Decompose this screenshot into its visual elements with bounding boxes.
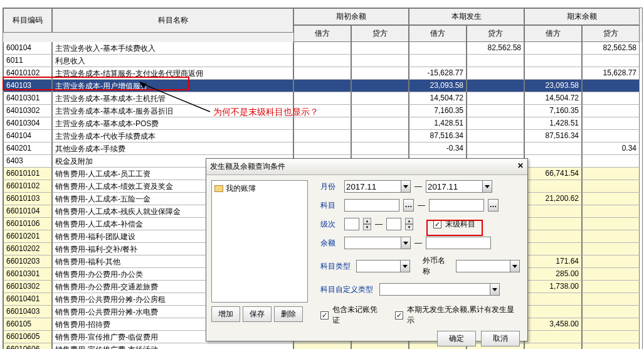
dash3: —	[375, 220, 383, 228]
lbl-subject: 科目	[320, 200, 340, 211]
level-from[interactable]	[344, 218, 359, 230]
currency[interactable]	[456, 260, 510, 272]
cell	[582, 318, 640, 331]
cell: 3,458.00	[524, 318, 582, 331]
header-name: 科目名称	[52, 8, 293, 33]
btn-delete[interactable]: 删除	[274, 306, 303, 322]
cell	[582, 168, 640, 180]
cell	[524, 55, 582, 67]
cell: 6011	[3, 55, 52, 67]
table-row[interactable]: 640104 主营业务成本-代收手续费成本87,516.3487,516.34	[3, 130, 642, 142]
table-row[interactable]: 64010302 主营业务成本-基本成本-服务器折旧7,160.357,160.…	[3, 105, 642, 117]
cell	[582, 130, 640, 142]
cell: 主营业务成本-结算服务-支付业务代理商返佣	[52, 67, 293, 80]
subject-from[interactable]	[344, 199, 399, 212]
cell	[293, 55, 351, 67]
spin-up[interactable]: ▲	[405, 218, 413, 224]
cell	[524, 218, 582, 230]
chevron-down-icon[interactable]	[490, 283, 500, 296]
btn-add[interactable]: 增加	[211, 306, 240, 322]
lbl-nobal: 本期无发生无余额,累计有发生显示	[407, 304, 520, 326]
cell: 66010106	[3, 218, 52, 230]
cell	[582, 218, 640, 230]
header-bf-credit: 贷方	[467, 25, 524, 42]
chevron-down-icon[interactable]	[482, 180, 492, 193]
btn-cancel[interactable]: 取消	[481, 331, 520, 346]
cell: 0.34	[582, 142, 640, 155]
cell: 1,428.51	[524, 117, 582, 130]
cell	[524, 293, 582, 306]
cell	[293, 80, 351, 92]
chk-nobal[interactable]: ✓	[395, 311, 403, 319]
cell: 66,741.54	[524, 168, 582, 180]
cell: 14,504.72	[409, 92, 467, 105]
ellipsis-icon[interactable]: …	[403, 199, 414, 212]
cell	[524, 180, 582, 193]
cell: 7,160.35	[409, 105, 467, 117]
cell	[351, 67, 409, 80]
cell: 23,093.58	[409, 80, 467, 92]
month-from[interactable]	[344, 180, 401, 193]
cell	[582, 92, 640, 105]
chevron-down-icon[interactable]	[400, 260, 410, 272]
spin-up[interactable]: ▲	[363, 218, 371, 224]
chk-include[interactable]: ✓	[320, 311, 329, 319]
cell: 主营业务成本-基本成本-服务器折旧	[52, 105, 293, 117]
chevron-down-icon[interactable]	[510, 260, 520, 272]
cell: 利息收入	[52, 55, 293, 67]
lbl-month: 月份	[320, 181, 340, 192]
cell	[351, 105, 409, 117]
cell	[582, 117, 640, 130]
cell: 640201	[3, 142, 52, 155]
cell	[524, 155, 582, 168]
cell: 66010103	[3, 193, 52, 205]
cell	[582, 306, 640, 318]
btn-ok[interactable]: 确定	[437, 331, 476, 346]
cell: 66010401	[3, 293, 52, 306]
table-row[interactable]: 640103 主营业务成本-用户增值服务23,093.5823,093.58	[3, 80, 642, 92]
balance-to[interactable]	[426, 237, 491, 249]
close-icon[interactable]: ✕	[517, 161, 524, 172]
header-bf: 本期发生	[409, 8, 524, 25]
table-row[interactable]: 64010304 主营业务成本-基本成本-POS费1,428.511,428.5…	[3, 117, 642, 130]
chevron-down-icon[interactable]	[401, 237, 411, 249]
table-row[interactable]: 600104 主营业务收入-基本手续费收入82,562.5882,562.58	[3, 42, 642, 55]
cell: 21,200.62	[524, 193, 582, 205]
table-row[interactable]: 6011利息收入	[3, 55, 642, 67]
spin-down[interactable]: ▼	[363, 224, 371, 230]
cell	[582, 293, 640, 306]
cell	[524, 306, 582, 318]
table-row[interactable]: 64010301 主营业务成本-基本成本-主机托管14,504.7214,504…	[3, 92, 642, 105]
subject-type[interactable]	[356, 260, 400, 272]
tree-item[interactable]: 我的账簿	[214, 183, 305, 194]
spin-down[interactable]: ▼	[405, 224, 413, 230]
subject-to[interactable]	[429, 199, 484, 212]
cell: 66010302	[3, 281, 52, 293]
custom-type[interactable]	[379, 283, 490, 296]
level-to[interactable]	[386, 218, 401, 230]
chk-leaf[interactable]: ✓	[433, 220, 441, 228]
table-row[interactable]: 64010102 主营业务成本-结算服务-支付业务代理商返佣-15,628.77…	[3, 67, 642, 80]
cell	[351, 130, 409, 142]
cell: 640103	[3, 80, 52, 92]
lbl-currency: 外币名称	[423, 255, 452, 277]
header-qm-credit: 贷方	[582, 25, 640, 42]
header-qc-debit: 借方	[293, 25, 351, 42]
tree-box[interactable]: 我的账簿	[211, 180, 308, 303]
cell: 主营业务成本-用户增值服务	[52, 80, 293, 92]
cell	[293, 92, 351, 105]
btn-save[interactable]: 保存	[243, 306, 272, 322]
cell: 640104	[3, 130, 52, 142]
month-to[interactable]	[426, 180, 482, 193]
cell: 66010606	[3, 343, 52, 349]
chevron-down-icon[interactable]	[401, 180, 411, 193]
cell: 171.64	[524, 255, 582, 268]
cell	[409, 55, 467, 67]
cell	[582, 105, 640, 117]
balance-from[interactable]	[344, 237, 401, 249]
cell: 82,562.58	[582, 42, 640, 55]
lbl-include: 包含未记账凭证	[332, 304, 384, 326]
ellipsis-icon[interactable]: …	[488, 199, 499, 212]
table-row[interactable]: 640201 其他业务成本-手续费-0.340.34	[3, 142, 642, 155]
cell	[467, 130, 524, 142]
